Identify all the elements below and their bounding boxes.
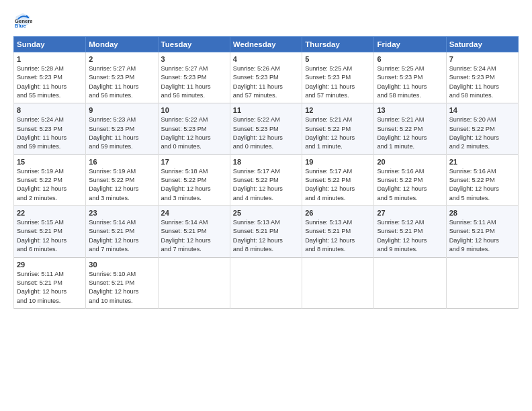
day-number: 3	[161, 55, 227, 63]
day-info: Sunrise: 5:13 AM Sunset: 5:21 PM Dayligh…	[233, 218, 299, 254]
calendar-week-1: 1Sunrise: 5:28 AM Sunset: 5:23 PM Daylig…	[14, 52, 519, 103]
logo-icon: General Blue	[13, 11, 32, 30]
day-number: 15	[17, 158, 83, 166]
calendar-week-3: 15Sunrise: 5:19 AM Sunset: 5:22 PM Dayli…	[14, 154, 519, 205]
day-info: Sunrise: 5:14 AM Sunset: 5:21 PM Dayligh…	[161, 218, 227, 254]
calendar-cell	[230, 257, 302, 308]
day-info: Sunrise: 5:11 AM Sunset: 5:21 PM Dayligh…	[449, 218, 515, 254]
calendar-cell: 6Sunrise: 5:25 AM Sunset: 5:23 PM Daylig…	[374, 52, 446, 103]
calendar-cell: 25Sunrise: 5:13 AM Sunset: 5:21 PM Dayli…	[230, 206, 302, 257]
calendar-cell: 29Sunrise: 5:11 AM Sunset: 5:21 PM Dayli…	[14, 257, 86, 308]
calendar-cell: 30Sunrise: 5:10 AM Sunset: 5:21 PM Dayli…	[86, 257, 158, 308]
day-info: Sunrise: 5:27 AM Sunset: 5:23 PM Dayligh…	[89, 64, 154, 100]
weekday-header-saturday: Saturday	[446, 37, 518, 52]
day-info: Sunrise: 5:21 AM Sunset: 5:22 PM Dayligh…	[377, 116, 443, 151]
svg-text:Blue: Blue	[15, 23, 27, 29]
weekday-header-wednesday: Wednesday	[230, 37, 302, 52]
calendar-cell: 22Sunrise: 5:15 AM Sunset: 5:21 PM Dayli…	[14, 206, 86, 257]
calendar-cell: 17Sunrise: 5:18 AM Sunset: 5:22 PM Dayli…	[158, 154, 230, 205]
calendar-cell: 4Sunrise: 5:26 AM Sunset: 5:23 PM Daylig…	[230, 52, 302, 103]
day-number: 4	[233, 55, 299, 63]
day-number: 17	[161, 158, 227, 166]
day-info: Sunrise: 5:10 AM Sunset: 5:21 PM Dayligh…	[89, 270, 154, 306]
weekday-header-sunday: Sunday	[14, 37, 86, 52]
day-number: 18	[233, 158, 299, 166]
day-number: 12	[305, 106, 371, 114]
day-info: Sunrise: 5:22 AM Sunset: 5:23 PM Dayligh…	[233, 116, 299, 151]
calendar-cell	[158, 257, 230, 308]
day-info: Sunrise: 5:19 AM Sunset: 5:22 PM Dayligh…	[89, 167, 154, 203]
day-info: Sunrise: 5:28 AM Sunset: 5:23 PM Dayligh…	[17, 64, 83, 100]
day-number: 8	[17, 106, 83, 114]
day-number: 21	[449, 158, 515, 166]
day-info: Sunrise: 5:16 AM Sunset: 5:22 PM Dayligh…	[377, 167, 443, 203]
calendar-cell: 7Sunrise: 5:24 AM Sunset: 5:23 PM Daylig…	[446, 52, 518, 103]
day-number: 11	[233, 106, 299, 114]
weekday-header-tuesday: Tuesday	[158, 37, 230, 52]
day-info: Sunrise: 5:17 AM Sunset: 5:22 PM Dayligh…	[233, 167, 299, 203]
day-info: Sunrise: 5:21 AM Sunset: 5:22 PM Dayligh…	[305, 116, 371, 151]
day-number: 6	[377, 55, 443, 63]
day-number: 24	[161, 209, 227, 217]
calendar-cell: 1Sunrise: 5:28 AM Sunset: 5:23 PM Daylig…	[14, 52, 86, 103]
day-number: 7	[449, 55, 515, 63]
day-info: Sunrise: 5:23 AM Sunset: 5:23 PM Dayligh…	[89, 116, 154, 151]
day-info: Sunrise: 5:17 AM Sunset: 5:22 PM Dayligh…	[305, 167, 371, 203]
day-info: Sunrise: 5:27 AM Sunset: 5:23 PM Dayligh…	[161, 64, 227, 100]
day-number: 30	[89, 261, 154, 269]
day-number: 29	[17, 261, 83, 269]
calendar-cell: 28Sunrise: 5:11 AM Sunset: 5:21 PM Dayli…	[446, 206, 518, 257]
calendar-week-4: 22Sunrise: 5:15 AM Sunset: 5:21 PM Dayli…	[14, 206, 519, 257]
calendar-cell: 9Sunrise: 5:23 AM Sunset: 5:23 PM Daylig…	[86, 103, 158, 154]
day-info: Sunrise: 5:19 AM Sunset: 5:22 PM Dayligh…	[17, 167, 83, 203]
day-number: 9	[89, 106, 154, 114]
calendar-week-5: 29Sunrise: 5:11 AM Sunset: 5:21 PM Dayli…	[14, 257, 519, 308]
day-info: Sunrise: 5:18 AM Sunset: 5:22 PM Dayligh…	[161, 167, 227, 203]
calendar-cell: 20Sunrise: 5:16 AM Sunset: 5:22 PM Dayli…	[374, 154, 446, 205]
calendar-cell: 16Sunrise: 5:19 AM Sunset: 5:22 PM Dayli…	[86, 154, 158, 205]
calendar-cell: 14Sunrise: 5:20 AM Sunset: 5:22 PM Dayli…	[446, 103, 518, 154]
calendar-cell: 12Sunrise: 5:21 AM Sunset: 5:22 PM Dayli…	[302, 103, 374, 154]
page-header: General Blue	[13, 11, 519, 30]
logo: General Blue	[13, 11, 32, 30]
day-info: Sunrise: 5:25 AM Sunset: 5:23 PM Dayligh…	[305, 64, 371, 100]
calendar-cell: 11Sunrise: 5:22 AM Sunset: 5:23 PM Dayli…	[230, 103, 302, 154]
day-info: Sunrise: 5:25 AM Sunset: 5:23 PM Dayligh…	[377, 64, 443, 100]
day-number: 1	[17, 55, 83, 63]
calendar-cell	[446, 257, 518, 308]
day-number: 2	[89, 55, 154, 63]
day-number: 13	[377, 106, 443, 114]
day-info: Sunrise: 5:13 AM Sunset: 5:21 PM Dayligh…	[305, 218, 371, 254]
calendar-cell: 10Sunrise: 5:22 AM Sunset: 5:23 PM Dayli…	[158, 103, 230, 154]
weekday-header-friday: Friday	[374, 37, 446, 52]
weekday-header-thursday: Thursday	[302, 37, 374, 52]
day-number: 28	[449, 209, 515, 217]
day-number: 19	[305, 158, 371, 166]
weekday-header-row: SundayMondayTuesdayWednesdayThursdayFrid…	[14, 37, 519, 52]
calendar-week-2: 8Sunrise: 5:24 AM Sunset: 5:23 PM Daylig…	[14, 103, 519, 154]
day-info: Sunrise: 5:24 AM Sunset: 5:23 PM Dayligh…	[17, 116, 83, 151]
calendar-cell: 2Sunrise: 5:27 AM Sunset: 5:23 PM Daylig…	[86, 52, 158, 103]
day-info: Sunrise: 5:11 AM Sunset: 5:21 PM Dayligh…	[17, 270, 83, 306]
calendar-cell	[374, 257, 446, 308]
day-info: Sunrise: 5:12 AM Sunset: 5:21 PM Dayligh…	[377, 218, 443, 254]
calendar-cell: 26Sunrise: 5:13 AM Sunset: 5:21 PM Dayli…	[302, 206, 374, 257]
day-number: 20	[377, 158, 443, 166]
calendar-cell: 5Sunrise: 5:25 AM Sunset: 5:23 PM Daylig…	[302, 52, 374, 103]
weekday-header-monday: Monday	[86, 37, 158, 52]
day-info: Sunrise: 5:15 AM Sunset: 5:21 PM Dayligh…	[17, 218, 83, 254]
day-number: 25	[233, 209, 299, 217]
day-info: Sunrise: 5:14 AM Sunset: 5:21 PM Dayligh…	[89, 218, 154, 254]
day-number: 26	[305, 209, 371, 217]
calendar-cell: 15Sunrise: 5:19 AM Sunset: 5:22 PM Dayli…	[14, 154, 86, 205]
day-info: Sunrise: 5:16 AM Sunset: 5:22 PM Dayligh…	[449, 167, 515, 203]
day-number: 16	[89, 158, 154, 166]
calendar-cell: 3Sunrise: 5:27 AM Sunset: 5:23 PM Daylig…	[158, 52, 230, 103]
day-number: 5	[305, 55, 371, 63]
calendar-table: SundayMondayTuesdayWednesdayThursdayFrid…	[13, 36, 519, 309]
calendar-cell	[302, 257, 374, 308]
day-number: 27	[377, 209, 443, 217]
calendar-cell: 27Sunrise: 5:12 AM Sunset: 5:21 PM Dayli…	[374, 206, 446, 257]
calendar-cell: 24Sunrise: 5:14 AM Sunset: 5:21 PM Dayli…	[158, 206, 230, 257]
day-info: Sunrise: 5:22 AM Sunset: 5:23 PM Dayligh…	[161, 116, 227, 151]
